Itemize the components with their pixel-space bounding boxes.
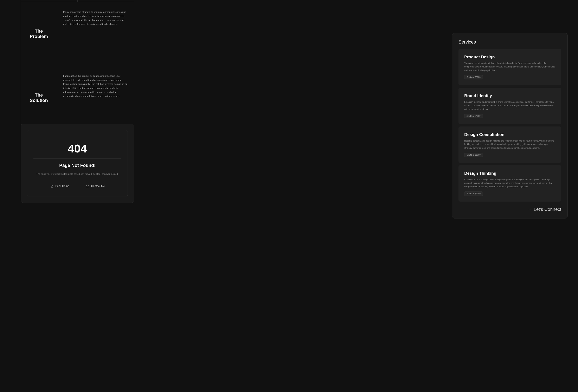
lets-connect[interactable]: ← Let's Connect xyxy=(458,202,561,212)
contact-me-button[interactable]: Contact Me xyxy=(86,184,105,188)
services-panel: Services Product Design Transform your i… xyxy=(452,33,568,218)
error-title: Page Not Found! xyxy=(33,163,121,168)
error-divider xyxy=(33,158,121,159)
service-name-design-consultation: Design Consultation xyxy=(464,132,556,137)
error-code: 404 xyxy=(33,143,121,154)
message-icon xyxy=(86,184,89,188)
error-section: 404 Page Not Found! The page you were lo… xyxy=(21,120,134,203)
back-home-label: Back Home xyxy=(55,184,69,187)
services-list: Product Design Transform your ideas into… xyxy=(458,49,561,202)
service-name-design-thinking: Design Thinking xyxy=(464,171,556,176)
connect-arrow: ← xyxy=(528,207,531,212)
service-name-brand-identity: Brand Identity xyxy=(464,93,556,98)
case-study-header xyxy=(21,0,134,2)
service-desc-product-design: Transform your ideas into fully-realized… xyxy=(464,61,556,72)
service-desc-brand-identity: Establish a strong and memorable brand i… xyxy=(464,100,556,111)
svg-rect-0 xyxy=(86,185,89,187)
service-price-brand-identity: Starts at $4000 xyxy=(464,114,483,118)
header-cell-1 xyxy=(21,0,78,2)
problem-label: The Problem xyxy=(21,2,57,66)
service-price-design-consultation: Starts at $3000 xyxy=(464,153,483,157)
error-buttons: Back Home Contact Me xyxy=(33,184,121,188)
service-card-product-design: Product Design Transform your ideas into… xyxy=(458,49,561,85)
service-card-design-consultation: Design Consultation Receive personalized… xyxy=(458,127,561,163)
service-desc-design-thinking: Collaborate on a strategic level to alig… xyxy=(464,178,556,189)
service-name-product-design: Product Design xyxy=(464,55,556,59)
service-price-product-design: Starts at $5000 xyxy=(464,75,483,80)
header-cell-2 xyxy=(78,0,134,2)
service-desc-design-consultation: Receive personalized design insights and… xyxy=(464,139,556,150)
service-card-brand-identity: Brand Identity Establish a strong and me… xyxy=(458,88,561,124)
error-card: 404 Page Not Found! The page you were lo… xyxy=(21,124,134,203)
error-message: The page you were looking for might have… xyxy=(33,172,121,176)
contact-me-label: Contact Me xyxy=(91,184,105,187)
problem-content: Many consumers struggle to find environm… xyxy=(57,2,134,66)
home-icon xyxy=(50,184,54,188)
back-home-button[interactable]: Back Home xyxy=(50,184,69,188)
connect-label: Let's Connect xyxy=(534,207,561,212)
problem-row: The Problem Many consumers struggle to f… xyxy=(21,2,134,66)
error-inner: 404 Page Not Found! The page you were lo… xyxy=(27,130,128,196)
service-price-design-thinking: Starts at $2000 xyxy=(464,191,483,196)
case-study-section: The Problem Many consumers struggle to f… xyxy=(21,0,134,130)
service-card-design-thinking: Design Thinking Collaborate on a strateg… xyxy=(458,165,561,202)
services-title: Services xyxy=(458,40,561,45)
